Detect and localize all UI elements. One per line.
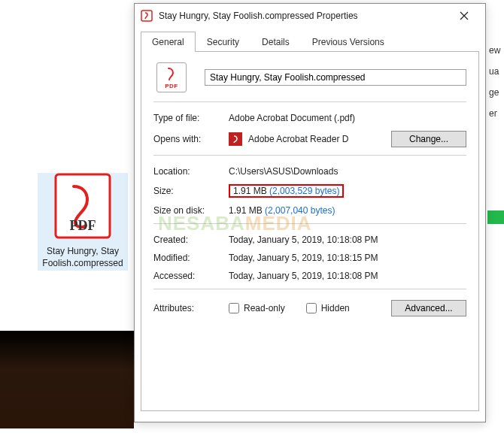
readonly-checkbox[interactable]: Read-only [229, 303, 285, 313]
opens-with-label: Opens with: [153, 134, 229, 144]
created-value: Today, January 5, 2019, 10:18:08 PM [229, 235, 466, 245]
type-value: Adobe Acrobat Document (.pdf) [229, 113, 466, 123]
attributes-label: Attributes: [153, 303, 229, 313]
filename-input[interactable] [205, 69, 466, 86]
size-value: 1.91 MB (2,003,529 bytes) [229, 184, 466, 198]
accessed-label: Accessed: [153, 271, 229, 281]
desktop-file-item[interactable]: PDF Stay Hungry, Stay Foolish.compressed [38, 173, 128, 271]
properties-dialog: Stay Hungry, Stay Foolish.compressed Pro… [134, 3, 486, 422]
hidden-checkbox-input[interactable] [306, 303, 317, 313]
size-label: Size: [153, 186, 229, 196]
modified-label: Modified: [153, 253, 229, 263]
separator [153, 289, 466, 289]
readonly-checkbox-input[interactable] [229, 303, 239, 313]
size-highlight: 1.91 MB (2,003,529 bytes) [229, 184, 344, 198]
separator [153, 223, 466, 224]
pdf-titlebar-icon [141, 10, 153, 22]
desktop-file-label: Stay Hungry, Stay Foolish.compressed [38, 244, 128, 271]
separator [153, 155, 466, 156]
adobe-reader-icon [229, 132, 242, 146]
location-value: C:\Users\ASUS\Downloads [229, 166, 466, 177]
accessed-value: Today, January 5, 2019, 10:18:08 PM [229, 271, 466, 281]
change-button[interactable]: Change... [391, 131, 466, 147]
hidden-checkbox[interactable]: Hidden [306, 303, 350, 313]
obscured-right-text: ew ua ge er [487, 45, 504, 129]
tab-strip: General Security Details Previous Versio… [141, 31, 479, 52]
tab-security[interactable]: Security [196, 32, 250, 52]
size-on-disk-label: Size on disk: [153, 205, 229, 216]
size-on-disk-value: 1.91 MB (2,007,040 bytes) [229, 205, 466, 216]
close-icon [460, 11, 469, 20]
pdf-file-icon: PDF [156, 62, 187, 92]
obscured-green-strip [487, 210, 504, 224]
tab-previous-versions[interactable]: Previous Versions [301, 32, 396, 52]
general-panel: PDF Type of file: Adobe Acrobat Document… [141, 52, 479, 411]
advanced-button[interactable]: Advanced... [391, 300, 466, 316]
opens-with-value: Adobe Acrobat Reader D [248, 134, 391, 144]
type-label: Type of file: [153, 113, 229, 123]
titlebar-title: Stay Hungry, Stay Foolish.compressed Pro… [159, 11, 449, 21]
titlebar[interactable]: Stay Hungry, Stay Foolish.compressed Pro… [135, 4, 485, 28]
separator [153, 101, 466, 102]
desktop-lower-image [0, 331, 134, 428]
pdf-large-icon: PDF [54, 173, 111, 239]
location-label: Location: [153, 166, 229, 177]
tab-general[interactable]: General [141, 32, 196, 52]
tab-details[interactable]: Details [250, 32, 301, 52]
desktop-background: PDF Stay Hungry, Stay Foolish.compressed [0, 0, 134, 439]
created-label: Created: [153, 235, 229, 245]
modified-value: Today, January 5, 2019, 10:18:15 PM [229, 253, 466, 263]
close-button[interactable] [449, 5, 479, 27]
svg-text:PDF: PDF [70, 218, 96, 233]
